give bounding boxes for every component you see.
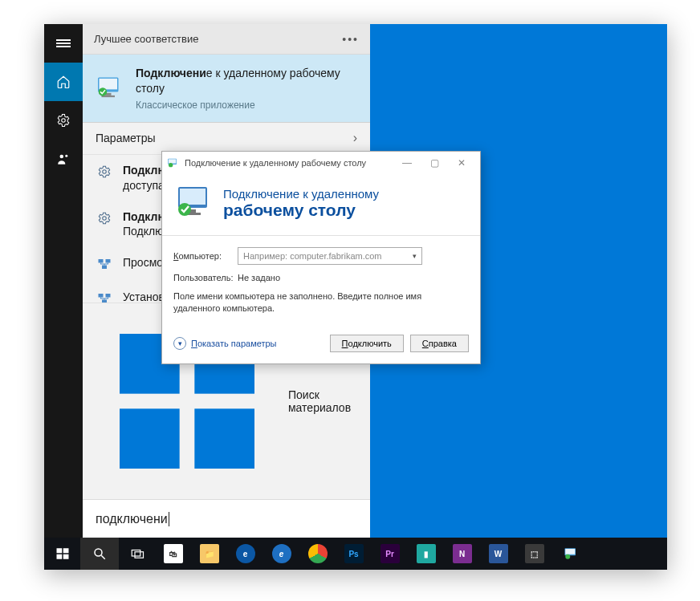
rdp-dialog: Подключение к удаленному рабочему столу … [161, 151, 481, 364]
show-options-link[interactable]: ▾ Показать параметры [173, 337, 277, 350]
svg-point-0 [62, 119, 66, 123]
person-icon [56, 152, 71, 166]
best-match-item[interactable]: Подключение к удаленному рабочему столу … [83, 55, 370, 123]
svg-rect-24 [194, 408, 254, 469]
svg-rect-12 [102, 266, 107, 270]
rail-home[interactable] [44, 63, 83, 101]
best-match-header: Лучшее соответствие ••• [83, 24, 370, 55]
svg-rect-14 [106, 294, 111, 298]
taskbar-photoshop[interactable]: Ps [336, 538, 372, 570]
hint-text: Поле имени компьютера не заполнено. Введ… [173, 290, 469, 315]
rail-settings[interactable] [44, 101, 83, 140]
help-button[interactable]: Справка [410, 335, 469, 352]
svg-rect-34 [63, 548, 68, 553]
svg-rect-26 [169, 159, 176, 163]
svg-rect-33 [56, 548, 62, 553]
home-icon [56, 75, 71, 89]
search-icon [92, 546, 107, 561]
user-value: Не задано [238, 273, 280, 282]
network-icon [97, 290, 112, 303]
gear-icon [97, 163, 112, 181]
taskbar-ie[interactable]: e [263, 538, 299, 570]
svg-rect-36 [63, 554, 68, 559]
category-parameters[interactable]: Параметры › [83, 123, 370, 155]
svg-point-1 [60, 155, 64, 159]
svg-rect-10 [99, 259, 104, 263]
search-input[interactable]: подключени [83, 499, 370, 538]
svg-rect-40 [135, 552, 144, 558]
svg-rect-42 [565, 549, 575, 554]
taskbar-app2[interactable]: ⬚ [516, 538, 552, 570]
svg-point-43 [565, 554, 570, 559]
windows-icon [55, 546, 70, 561]
close-button[interactable]: ✕ [448, 154, 475, 172]
chevron-down-icon: ▾ [413, 252, 417, 260]
taskbar-search[interactable] [80, 538, 119, 570]
desktop: Лучшее соответствие ••• Подключение к уд… [44, 24, 667, 570]
svg-point-2 [65, 155, 67, 157]
task-view[interactable] [119, 538, 155, 570]
rdp-heading-2: рабочему столу [223, 201, 379, 220]
svg-line-38 [101, 555, 105, 559]
svg-point-9 [103, 216, 107, 220]
computer-label: Компьютер: [173, 251, 231, 261]
rdp-title-icon [167, 156, 180, 169]
taskbar-edge[interactable]: e [227, 538, 263, 570]
chevron-down-icon: ▾ [173, 337, 186, 350]
rdp-taskbar-icon [564, 546, 578, 561]
rdp-large-icon [175, 184, 214, 222]
best-match-label: Лучшее соответствие [94, 33, 198, 45]
gear-icon [97, 209, 112, 228]
svg-point-37 [95, 549, 102, 556]
minimize-button[interactable]: — [393, 154, 421, 172]
best-match-title: Подключение к удаленному рабочему столу [136, 66, 357, 96]
rdp-app-icon [96, 66, 124, 111]
svg-rect-29 [180, 189, 206, 205]
taskbar-premiere[interactable]: Pr [372, 538, 408, 570]
more-icon[interactable]: ••• [342, 33, 359, 46]
computer-combobox[interactable]: Например: computer.fabrikam.com ▾ [238, 247, 422, 265]
taskbar-word[interactable]: W [480, 538, 516, 570]
svg-point-7 [99, 87, 108, 96]
taskbar: 🛍 📁 e e Ps Pr ▮ N W ⬚ [44, 538, 667, 570]
taskbar-rdp[interactable] [552, 538, 588, 570]
network-icon [97, 255, 112, 274]
user-label: Пользователь: [173, 273, 231, 282]
svg-rect-13 [99, 294, 104, 298]
svg-rect-11 [106, 259, 111, 263]
svg-point-8 [103, 170, 107, 174]
best-match-subtitle: Классическое приложение [136, 99, 357, 111]
taskbar-app1[interactable]: ▮ [408, 538, 444, 570]
taskview-icon [130, 546, 144, 561]
connect-button[interactable]: Подключить [330, 335, 404, 352]
rail-contacts[interactable] [44, 140, 83, 178]
taskbar-explorer[interactable]: 📁 [191, 538, 227, 570]
rdp-titlebar[interactable]: Подключение к удаленному рабочему столу … [162, 152, 480, 174]
start-button[interactable] [44, 538, 80, 570]
svg-rect-23 [120, 408, 180, 469]
taskbar-store[interactable]: 🛍 [155, 538, 191, 570]
start-rail [44, 24, 83, 538]
rdp-heading-1: Подключение к удаленному [223, 187, 379, 201]
taskbar-onenote[interactable]: N [444, 538, 480, 570]
svg-rect-39 [132, 550, 140, 557]
taskbar-chrome[interactable] [299, 538, 336, 570]
chevron-right-icon: › [353, 131, 357, 145]
maximize-button[interactable]: ▢ [421, 154, 448, 172]
svg-rect-35 [56, 554, 62, 559]
gear-icon [56, 113, 71, 128]
svg-point-27 [169, 163, 173, 167]
hamburger-icon[interactable] [44, 24, 83, 63]
